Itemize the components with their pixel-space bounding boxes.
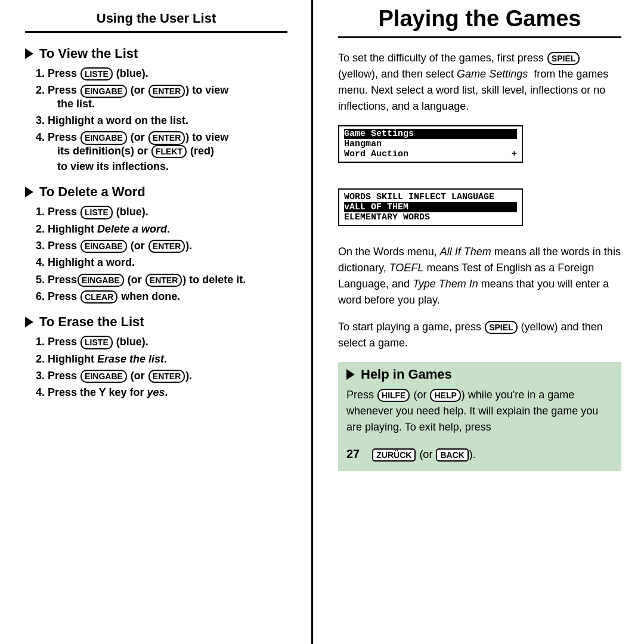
screen-box-1: Game Settings Hangman Word Auction + — [338, 125, 523, 163]
list-item: 3. Press EINGABE (or ENTER). — [25, 239, 287, 253]
list-item: 4. Highlight a word. — [25, 255, 287, 270]
clear-key: CLEAR — [80, 290, 117, 304]
triangle-icon — [25, 48, 33, 59]
list-item: 6. Press CLEAR when done. — [25, 289, 287, 304]
section-view-list-label: To View the List — [39, 46, 138, 61]
liste-key4: LISTE — [80, 336, 113, 349]
help-box: Help in Games Press HILFE (or HELP) whil… — [338, 362, 621, 471]
eingabe-key2: EINGABE — [80, 131, 127, 144]
list-item: 4. Press the Y key for yes. — [25, 385, 287, 400]
left-column: Using the User List To View the List 1. … — [0, 0, 313, 644]
spiel-key2: SPIEL — [485, 321, 517, 334]
hilfe-key: HILFE — [377, 389, 410, 402]
intro-paragraph: To set the difficulty of the games, firs… — [338, 50, 621, 114]
liste-key: LISTE — [80, 67, 113, 80]
eingabe-key: EINGABE — [80, 85, 127, 98]
list-item-wrap: the list. — [36, 97, 287, 111]
list-item-wrap3: to view its inflections. — [36, 159, 287, 174]
list-item: 4. Press EINGABE (or ENTER) to view its … — [25, 130, 287, 174]
triangle-icon4 — [346, 369, 355, 380]
screen-row2: ELEMENTARY WORDS — [344, 212, 517, 222]
right-column: Playing the Games To set the difficulty … — [313, 0, 644, 644]
flekt-key: FLEKT — [151, 145, 187, 158]
section-erase-list-label: To Erase the List — [39, 314, 144, 330]
list-item: 3. Press EINGABE (or ENTER). — [25, 369, 287, 383]
zuruck-key: ZURÜCK — [372, 448, 416, 462]
help-heading-label: Help in Games — [361, 367, 452, 382]
enter-key5: ENTER — [148, 370, 185, 383]
eingabe-key4: EINGABE — [78, 274, 124, 287]
words-paragraph: On the Words menu, All If Them means all… — [338, 244, 621, 308]
section-view-list-heading: To View the List — [25, 46, 287, 61]
help-box-body: Press HILFE (or HELP) while you're in a … — [346, 387, 613, 463]
help-exit-text: 27 ZURÜCK (or BACK). — [346, 439, 613, 463]
view-list-items: 1. Press LISTE (blue). 2. Press EINGABE … — [25, 66, 287, 174]
list-item: 1. Press LISTE (blue). — [25, 205, 287, 219]
page: Using the User List To View the List 1. … — [0, 0, 644, 644]
screen-row-selected: Game Settings — [344, 129, 517, 139]
left-header: Using the User List — [25, 0, 287, 33]
list-item: 2. Highlight Erase the list. — [25, 352, 287, 366]
screens-container: Game Settings Hangman Word Auction + WOR… — [338, 125, 621, 234]
enter-key2: ENTER — [148, 131, 185, 144]
section-erase-list-heading: To Erase the List — [25, 314, 287, 330]
list-item: 2. Press EINGABE (or ENTER) to view the … — [25, 83, 287, 111]
enter-key: ENTER — [148, 85, 185, 98]
help-box-heading: Help in Games — [346, 367, 613, 382]
eingabe-key3: EINGABE — [80, 240, 127, 253]
help-key: HELP — [430, 389, 460, 402]
screen-row-selected2: vALL OF THEM — [344, 202, 517, 212]
spiel-key: SPIEL — [547, 52, 580, 65]
list-item: 2. Highlight Delete a word. — [25, 222, 287, 236]
screen-row: Word Auction + — [344, 149, 517, 159]
screen-row: Hangman — [344, 139, 517, 149]
liste-key3: LISTE — [80, 206, 113, 219]
screen-header-row: WORDS SKILL INFLECT LANGUAGE — [344, 192, 517, 202]
list-item: 1. Press LISTE (blue). — [25, 335, 287, 349]
list-item-wrap2: its definition(s) or FLEKT (red) — [36, 144, 287, 158]
eingabe-key5: EINGABE — [80, 370, 127, 383]
back-key: BACK — [436, 448, 468, 462]
section-delete-word-label: To Delete a Word — [39, 184, 145, 200]
help-body-text: Press HILFE (or HELP) while you're in a … — [346, 387, 613, 435]
list-item: 3. Highlight a word on the list. — [25, 113, 287, 128]
enter-key4: ENTER — [145, 274, 182, 287]
section-delete-word-heading: To Delete a Word — [25, 184, 287, 200]
page-number: 27 — [346, 445, 360, 463]
erase-list-items: 1. Press LISTE (blue). 2. Highlight Eras… — [25, 335, 287, 400]
start-paragraph: To start playing a game, press SPIEL (ye… — [338, 319, 621, 351]
right-header: Playing the Games — [338, 0, 621, 38]
list-item: 5. PressEINGABE (or ENTER) to delete it. — [25, 273, 287, 287]
right-arrow-icon: + — [512, 149, 517, 159]
triangle-icon2 — [25, 187, 33, 197]
screen-box-2: WORDS SKILL INFLECT LANGUAGE vALL OF THE… — [338, 188, 523, 226]
list-item: 1. Press LISTE (blue). — [25, 66, 287, 80]
enter-key3: ENTER — [148, 240, 185, 253]
triangle-icon3 — [25, 317, 33, 327]
delete-word-items: 1. Press LISTE (blue). 2. Highlight Dele… — [25, 205, 287, 304]
